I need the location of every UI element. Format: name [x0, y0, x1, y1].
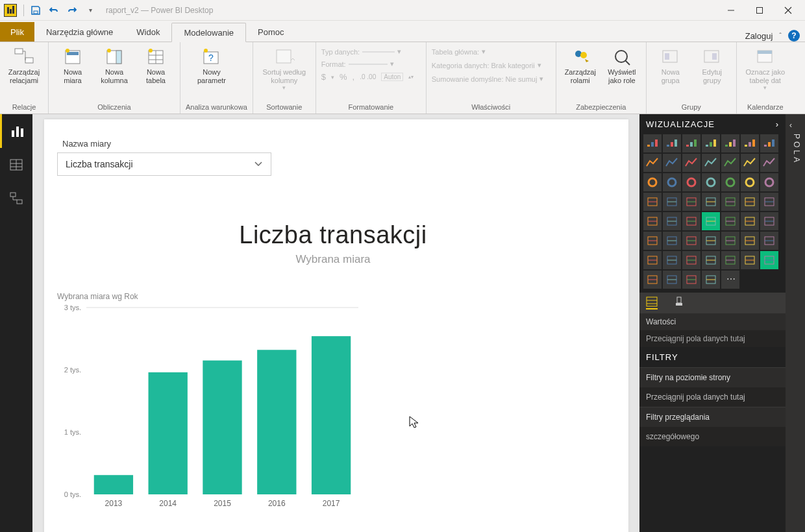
viz-type-icon[interactable] [760, 212, 778, 230]
viz-type-icon[interactable] [682, 154, 700, 172]
viz-type-icon[interactable] [643, 232, 662, 250]
data-type-dropdown[interactable]: Typ danych: ▾ [321, 46, 414, 57]
report-canvas[interactable]: Nazwa miary Liczba transakcji Liczba tra… [32, 114, 639, 532]
viz-type-icon[interactable] [702, 212, 720, 230]
viz-type-icon[interactable] [663, 212, 681, 230]
viz-type-icon[interactable] [682, 212, 700, 230]
new-group-button[interactable]: Nowa grupa [652, 45, 689, 84]
viz-type-icon[interactable] [643, 251, 662, 269]
viz-type-icon[interactable] [702, 154, 720, 172]
help-icon[interactable]: ? [788, 30, 800, 42]
format-symbols[interactable]: $▾%, .0 .00 Auton ▴▾ [321, 71, 414, 83]
viz-type-icon[interactable] [760, 193, 778, 211]
report-page[interactable]: Nazwa miary Liczba transakcji Liczba tra… [44, 119, 628, 532]
home-table-dropdown[interactable]: Tabela główna: ▾ [432, 46, 544, 57]
viz-type-icon[interactable] [721, 173, 739, 191]
viz-type-icon[interactable] [721, 232, 739, 250]
sort-by-column-button[interactable]: Sortuj według kolumny ▾ [258, 45, 310, 91]
viz-type-icon[interactable] [702, 193, 720, 211]
viz-type-icon[interactable] [741, 193, 759, 211]
viz-type-icon[interactable] [663, 134, 681, 152]
fields-panel-collapsed[interactable]: ‹ POLA [786, 114, 805, 532]
viz-type-icon[interactable] [682, 251, 700, 269]
viz-type-icon[interactable] [702, 232, 720, 250]
viz-type-icon[interactable] [702, 271, 720, 289]
data-category-dropdown[interactable]: Kategoria danych: Brak kategorii ▾ [432, 60, 544, 71]
undo-icon[interactable] [45, 1, 63, 19]
format-well-icon[interactable] [673, 296, 685, 309]
tab-file[interactable]: Plik [0, 22, 34, 42]
viz-type-icon[interactable] [741, 173, 759, 191]
values-drop-zone[interactable]: Przeciągnij pola danych tutaj [639, 330, 786, 347]
viz-type-icon[interactable] [760, 154, 778, 172]
measure-slicer[interactable]: Liczba transakcji [57, 152, 271, 176]
viz-type-icon[interactable] [682, 193, 700, 211]
tab-help[interactable]: Pomoc [246, 22, 295, 42]
tab-modeling[interactable]: Modelowanie [171, 23, 246, 42]
default-sum-dropdown[interactable]: Sumowanie domyślne: Nie sumuj ▾ [432, 73, 544, 84]
viz-type-icon[interactable] [721, 251, 739, 269]
filters-header[interactable]: FILTRY [639, 347, 786, 367]
viz-type-icon[interactable] [760, 173, 778, 191]
tab-view[interactable]: Widok [125, 22, 171, 42]
maximize-icon[interactable] [745, 1, 774, 20]
viz-type-icon[interactable] [643, 134, 662, 152]
viz-type-icon[interactable] [663, 232, 681, 250]
save-icon[interactable] [27, 1, 45, 19]
viz-type-icon[interactable] [643, 193, 662, 211]
viz-type-icon[interactable] [663, 271, 681, 289]
viz-type-icon[interactable]: ⋯ [721, 271, 739, 289]
manage-roles-button[interactable]: Zarządzaj rolami [562, 45, 599, 84]
viz-type-icon[interactable] [760, 251, 778, 269]
new-column-button[interactable]: Nowa kolumna [95, 45, 133, 84]
viz-type-icon[interactable] [721, 134, 739, 152]
viz-type-icon[interactable] [682, 271, 700, 289]
chevron-right-icon[interactable]: › [776, 119, 779, 129]
viz-type-icon[interactable] [643, 212, 662, 230]
signin-link[interactable]: Zaloguj [745, 31, 773, 41]
viz-panel-header[interactable]: WIZUALIZACJE › [639, 114, 786, 134]
new-table-button[interactable]: Nowa tabela [137, 45, 175, 84]
mark-date-table-button[interactable]: Oznacz jako tabelę dat ▾ [742, 45, 789, 91]
viz-type-icon[interactable] [702, 134, 720, 152]
viz-type-icon[interactable] [721, 154, 739, 172]
viz-type-icon[interactable] [682, 232, 700, 250]
viz-type-icon[interactable] [663, 193, 681, 211]
tab-home[interactable]: Narzędzia główne [34, 22, 125, 42]
viz-type-icon[interactable] [760, 232, 778, 250]
viz-type-icon[interactable] [663, 154, 681, 172]
viz-type-icon[interactable] [682, 134, 700, 152]
report-view-icon[interactable] [0, 114, 32, 148]
viz-type-icon[interactable] [741, 232, 759, 250]
edit-groups-button[interactable]: Edytuj grupy [693, 45, 731, 84]
model-view-icon[interactable] [0, 182, 32, 215]
viz-type-icon[interactable] [663, 251, 681, 269]
qat-dropdown-icon[interactable]: ▾ [81, 1, 99, 19]
manage-relationships-button[interactable]: Zarządzaj relacjami [5, 45, 43, 84]
close-icon[interactable] [774, 1, 802, 20]
fields-well-icon[interactable] [646, 296, 658, 309]
redo-icon[interactable] [63, 1, 81, 19]
viz-type-icon[interactable] [741, 212, 759, 230]
viz-type-icon[interactable] [721, 212, 739, 230]
format-dropdown[interactable]: Format: ▾ [321, 58, 414, 69]
viz-type-icon[interactable] [643, 154, 662, 172]
page-filters-drop-zone[interactable]: Przeciągnij pola danych tutaj [639, 387, 786, 407]
viz-type-icon[interactable] [663, 173, 681, 191]
viz-type-icon[interactable] [721, 193, 739, 211]
bar-chart[interactable]: Wybrana miara wg Rok 0 tys.1 tys.2 tys.3… [57, 292, 609, 513]
viz-type-icon[interactable] [643, 271, 662, 289]
viz-type-icon[interactable] [702, 173, 720, 191]
view-as-roles-button[interactable]: Wyświetl jako role [603, 45, 641, 84]
new-parameter-button[interactable]: ? Nowy parametr [186, 45, 238, 84]
new-measure-button[interactable]: Nowa miara [54, 45, 92, 84]
viz-type-icon[interactable] [702, 251, 720, 269]
data-view-icon[interactable] [0, 148, 32, 182]
viz-type-icon[interactable] [741, 134, 759, 152]
minimize-icon[interactable] [717, 1, 745, 20]
viz-type-icon[interactable] [741, 251, 759, 269]
viz-type-icon[interactable] [741, 154, 759, 172]
viz-type-icon[interactable] [643, 173, 662, 191]
collapse-ribbon-icon[interactable]: ˆ [779, 32, 782, 40]
viz-type-icon[interactable] [682, 173, 700, 191]
